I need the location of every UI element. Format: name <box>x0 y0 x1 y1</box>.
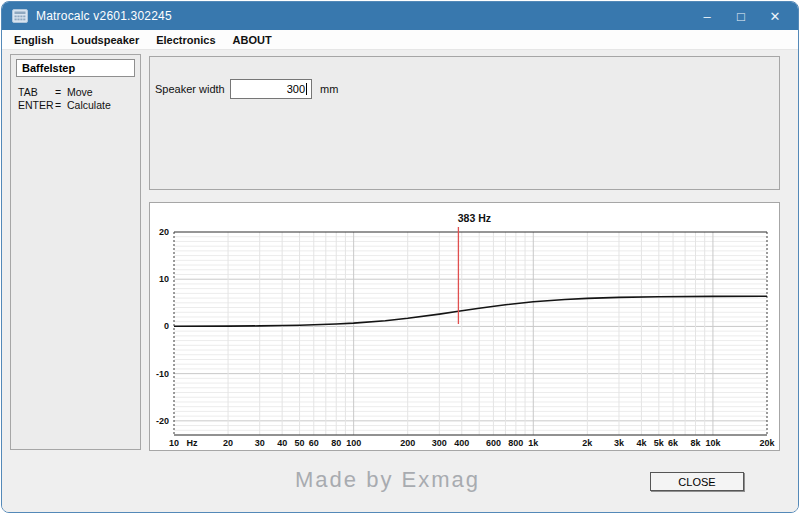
svg-text:6k: 6k <box>668 438 679 448</box>
equals-sign: = <box>55 99 67 112</box>
title-bar[interactable]: Matrocalc v2601.302245 – □ ✕ <box>2 2 798 30</box>
close-button[interactable]: CLOSE <box>650 472 744 491</box>
equals-sign: = <box>55 86 67 99</box>
svg-text:50: 50 <box>295 438 305 448</box>
svg-text:60: 60 <box>309 438 319 448</box>
svg-text:20k: 20k <box>759 438 775 448</box>
svg-text:10k: 10k <box>705 438 721 448</box>
svg-text:300: 300 <box>432 438 447 448</box>
shortcut-action: Move <box>67 86 111 99</box>
menu-bar: EnglishLoudspeakerElectronicsABOUT <box>2 30 798 50</box>
svg-text:20: 20 <box>223 438 233 448</box>
svg-text:Hz: Hz <box>187 438 198 448</box>
app-window: Matrocalc v2601.302245 – □ ✕ EnglishLoud… <box>1 1 799 513</box>
speaker-width-label: Speaker width <box>155 83 230 95</box>
shortcut-row: ENTER=Calculate <box>18 99 111 112</box>
sidebar-title: Baffelstep <box>16 59 135 77</box>
svg-text:3k: 3k <box>614 438 625 448</box>
menu-item-loudspeaker[interactable]: Loudspeaker <box>69 33 141 47</box>
svg-text:4k: 4k <box>636 438 647 448</box>
svg-text:10: 10 <box>159 274 169 284</box>
chart-panel: 20100-10-2010Hz2030405060801002003004006… <box>149 202 780 451</box>
speaker-width-input[interactable]: 300 <box>230 79 312 99</box>
svg-text:100: 100 <box>346 438 361 448</box>
credit-text: Made by Exmag <box>295 467 480 493</box>
shortcut-action: Calculate <box>67 99 111 112</box>
svg-text:5k: 5k <box>654 438 665 448</box>
baffle-step-chart: 20100-10-2010Hz2030405060801002003004006… <box>150 203 779 450</box>
svg-text:30: 30 <box>255 438 265 448</box>
client-area: Baffelstep TAB=MoveENTER=Calculate Speak… <box>2 50 798 513</box>
svg-text:20: 20 <box>159 227 169 237</box>
shortcut-row: TAB=Move <box>18 86 111 99</box>
svg-text:0: 0 <box>164 321 169 331</box>
svg-text:383 Hz: 383 Hz <box>458 212 491 224</box>
calculator-icon <box>12 9 28 23</box>
sidebar-panel: Baffelstep TAB=MoveENTER=Calculate <box>10 54 141 450</box>
shortcut-key: ENTER <box>18 99 55 112</box>
speaker-width-field: Speaker width 300 mm <box>155 79 338 99</box>
close-window-icon[interactable]: ✕ <box>758 2 792 30</box>
svg-text:8k: 8k <box>691 438 702 448</box>
window-controls: – □ ✕ <box>690 2 798 30</box>
input-panel: Speaker width 300 mm <box>149 56 780 190</box>
svg-text:40: 40 <box>277 438 287 448</box>
svg-text:800: 800 <box>508 438 523 448</box>
text-caret <box>306 83 307 95</box>
svg-text:10: 10 <box>169 438 179 448</box>
svg-text:80: 80 <box>331 438 341 448</box>
svg-text:1k: 1k <box>528 438 539 448</box>
svg-text:-20: -20 <box>156 416 169 426</box>
svg-text:-10: -10 <box>156 369 169 379</box>
menu-item-about[interactable]: ABOUT <box>231 33 274 47</box>
menu-item-electronics[interactable]: Electronics <box>154 33 217 47</box>
shortcut-key: TAB <box>18 86 55 99</box>
maximize-icon[interactable]: □ <box>724 2 758 30</box>
minimize-icon[interactable]: – <box>690 2 724 30</box>
svg-text:600: 600 <box>486 438 501 448</box>
svg-text:400: 400 <box>454 438 469 448</box>
menu-item-english[interactable]: English <box>12 33 56 47</box>
speaker-width-value: 300 <box>287 83 305 95</box>
svg-text:200: 200 <box>400 438 415 448</box>
shortcut-list: TAB=MoveENTER=Calculate <box>18 86 111 112</box>
window-title: Matrocalc v2601.302245 <box>36 9 172 23</box>
svg-text:2k: 2k <box>582 438 593 448</box>
unit-label: mm <box>320 83 338 95</box>
